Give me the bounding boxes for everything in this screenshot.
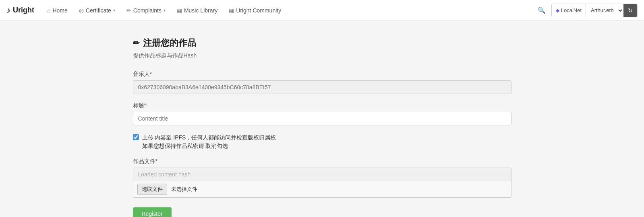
ipfs-checkbox-section: 上传 内容至 IPFS，任何人都能访问并检查版权归属权 如果您想保持作品私密请 …: [133, 133, 511, 150]
complaints-icon: ✏: [126, 7, 131, 14]
title-group: 标题*: [133, 102, 511, 125]
music-note-icon: ♪: [6, 6, 10, 15]
certificate-icon: ◎: [79, 7, 84, 14]
nav-certificate-label: Certificate: [86, 7, 111, 14]
file-choose-button[interactable]: 选取文件: [137, 184, 167, 195]
diamond-icon: ◆: [556, 8, 559, 13]
file-section: 作品文件* Loaded content hash 选取文件 未选择文件: [133, 158, 511, 198]
musician-group: 音乐人*: [133, 71, 511, 94]
music-library-icon: ▦: [177, 7, 182, 14]
nav-music-library[interactable]: ▦ Music Library: [172, 5, 222, 16]
brand-name: Uright: [13, 6, 34, 14]
ipfs-checkbox-subtext: 如果您想保持作品私密请 取消勾选: [133, 143, 511, 150]
community-icon: ▦: [229, 7, 234, 14]
ipfs-checkbox-row: 上传 内容至 IPFS，任何人都能访问并检查版权归属权: [133, 133, 511, 142]
home-icon: ⌂: [47, 7, 50, 14]
nav-complaints[interactable]: ✏ Complaints ▾: [122, 5, 170, 16]
page-subtitle: 提供作品标题与作品Hash: [133, 52, 511, 59]
network-label: LocalNet: [561, 7, 582, 13]
file-label: 作品文件*: [133, 158, 511, 165]
network-account-group: ◆ LocalNet Arthur.eth ↻: [551, 4, 638, 17]
navbar: ♪ Uright ⌂ Home ◎ Certificate ▾ ✏ Compla…: [0, 0, 644, 21]
title-label: 标题*: [133, 102, 511, 109]
network-display: ◆ LocalNet: [552, 4, 586, 17]
brand-logo[interactable]: ♪ Uright: [6, 6, 34, 15]
ipfs-checkbox[interactable]: [133, 134, 139, 140]
nav-music-library-label: Music Library: [184, 7, 217, 14]
nav-certificate[interactable]: ◎ Certificate ▾: [74, 5, 120, 16]
musician-input[interactable]: [133, 80, 511, 94]
main-content: ✏ 注册您的作品 提供作品标题与作品Hash 音乐人* 标题* 上传 内容至 I…: [125, 21, 520, 217]
file-hash-display: Loaded content hash: [133, 168, 511, 181]
nav-home[interactable]: ⌂ Home: [42, 5, 72, 16]
title-input[interactable]: [133, 112, 511, 125]
nav-home-label: Home: [52, 7, 67, 14]
register-icon: ✏: [133, 38, 140, 48]
file-no-file-text: 未选择文件: [171, 186, 197, 193]
complaints-dropdown-arrow: ▾: [164, 8, 166, 12]
certificate-dropdown-arrow: ▾: [113, 8, 115, 12]
account-selector[interactable]: Arthur.eth: [586, 4, 623, 17]
search-icon: 🔍: [538, 6, 546, 14]
page-title-text: 注册您的作品: [143, 37, 196, 49]
nav-uright-community[interactable]: ▦ Uright Community: [224, 5, 286, 16]
page-title: ✏ 注册您的作品: [133, 37, 511, 49]
nav-community-label: Uright Community: [236, 7, 281, 14]
file-input-row: 选取文件 未选择文件: [133, 181, 511, 198]
search-button[interactable]: 🔍: [534, 4, 550, 16]
ipfs-checkbox-text: 上传 内容至 IPFS，任何人都能访问并检查版权归属权: [142, 133, 276, 142]
musician-label: 音乐人*: [133, 71, 511, 78]
refresh-button[interactable]: ↻: [623, 4, 637, 17]
nav-complaints-label: Complaints: [133, 7, 162, 14]
register-button[interactable]: Register: [133, 207, 172, 217]
